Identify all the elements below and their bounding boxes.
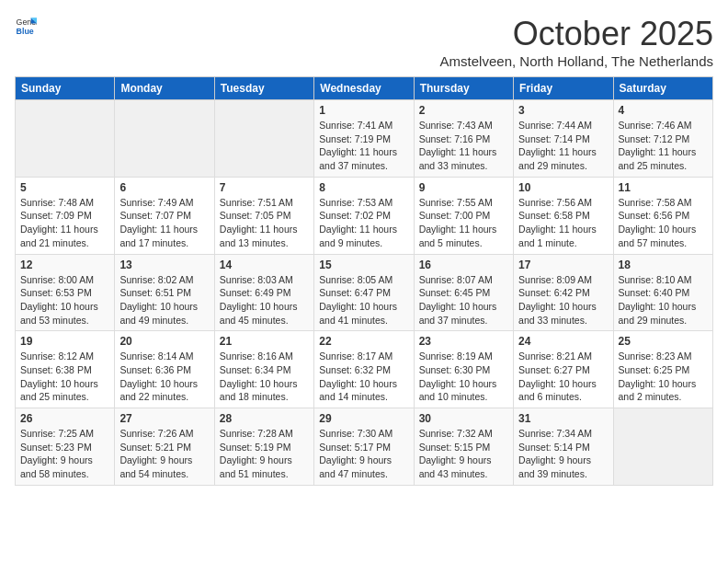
weekday-header-monday: Monday — [115, 77, 214, 100]
day-info: Sunrise: 7:46 AM Sunset: 7:12 PM Dayligh… — [619, 119, 708, 173]
calendar-cell: 28Sunrise: 7:28 AM Sunset: 5:19 PM Dayli… — [214, 408, 313, 486]
calendar-cell: 9Sunrise: 7:55 AM Sunset: 7:00 PM Daylig… — [414, 177, 513, 254]
calendar-cell — [16, 100, 115, 178]
calendar-cell: 10Sunrise: 7:56 AM Sunset: 6:58 PM Dayli… — [514, 177, 613, 254]
day-info: Sunrise: 7:53 AM Sunset: 7:02 PM Dayligh… — [319, 196, 408, 250]
location-title: Amstelveen, North Holland, The Netherlan… — [440, 53, 713, 69]
day-info: Sunrise: 8:21 AM Sunset: 6:27 PM Dayligh… — [518, 350, 608, 404]
day-number: 18 — [619, 259, 708, 271]
calendar-cell: 4Sunrise: 7:46 AM Sunset: 7:12 PM Daylig… — [613, 100, 712, 178]
day-number: 4 — [619, 104, 708, 117]
day-number: 26 — [20, 412, 109, 425]
calendar-cell: 17Sunrise: 8:09 AM Sunset: 6:42 PM Dayli… — [514, 254, 613, 331]
day-number: 12 — [20, 259, 109, 271]
calendar-cell: 6Sunrise: 7:49 AM Sunset: 7:07 PM Daylig… — [115, 177, 214, 254]
day-number: 27 — [119, 412, 209, 425]
calendar-cell: 15Sunrise: 8:05 AM Sunset: 6:47 PM Dayli… — [314, 254, 414, 331]
day-info: Sunrise: 8:12 AM Sunset: 6:38 PM Dayligh… — [20, 350, 109, 404]
page-header: General Blue October 2025 Amstelveen, No… — [15, 15, 713, 69]
day-info: Sunrise: 8:07 AM Sunset: 6:45 PM Dayligh… — [419, 273, 508, 327]
day-info: Sunrise: 8:14 AM Sunset: 6:36 PM Dayligh… — [119, 350, 209, 404]
day-number: 28 — [220, 412, 309, 425]
calendar-cell: 19Sunrise: 8:12 AM Sunset: 6:38 PM Dayli… — [16, 331, 115, 408]
day-info: Sunrise: 8:23 AM Sunset: 6:25 PM Dayligh… — [619, 350, 708, 404]
day-number: 30 — [419, 412, 508, 425]
calendar-cell: 12Sunrise: 8:00 AM Sunset: 6:53 PM Dayli… — [16, 254, 115, 331]
day-info: Sunrise: 8:03 AM Sunset: 6:49 PM Dayligh… — [220, 273, 309, 327]
day-number: 20 — [119, 335, 209, 348]
day-number: 16 — [419, 259, 508, 271]
calendar-cell: 22Sunrise: 8:17 AM Sunset: 6:32 PM Dayli… — [314, 331, 414, 408]
title-block: October 2025 Amstelveen, North Holland, … — [440, 15, 713, 69]
day-info: Sunrise: 7:43 AM Sunset: 7:16 PM Dayligh… — [419, 119, 508, 173]
svg-text:Blue: Blue — [17, 27, 34, 36]
calendar-week-3: 12Sunrise: 8:00 AM Sunset: 6:53 PM Dayli… — [16, 254, 713, 331]
day-number: 10 — [518, 181, 608, 194]
weekday-header-thursday: Thursday — [414, 77, 513, 100]
day-info: Sunrise: 7:25 AM Sunset: 5:23 PM Dayligh… — [20, 427, 109, 481]
weekday-header-saturday: Saturday — [613, 77, 712, 100]
day-info: Sunrise: 8:02 AM Sunset: 6:51 PM Dayligh… — [119, 273, 209, 327]
day-number: 11 — [619, 181, 708, 194]
day-info: Sunrise: 7:44 AM Sunset: 7:14 PM Dayligh… — [518, 119, 608, 173]
day-info: Sunrise: 7:58 AM Sunset: 6:56 PM Dayligh… — [619, 196, 708, 250]
calendar-cell: 21Sunrise: 8:16 AM Sunset: 6:34 PM Dayli… — [214, 331, 313, 408]
day-number: 23 — [419, 335, 508, 348]
calendar-cell: 2Sunrise: 7:43 AM Sunset: 7:16 PM Daylig… — [414, 100, 513, 178]
day-info: Sunrise: 8:19 AM Sunset: 6:30 PM Dayligh… — [419, 350, 508, 404]
day-number: 1 — [319, 104, 408, 117]
day-info: Sunrise: 7:49 AM Sunset: 7:07 PM Dayligh… — [119, 196, 209, 250]
day-info: Sunrise: 8:16 AM Sunset: 6:34 PM Dayligh… — [220, 350, 309, 404]
calendar-week-1: 1Sunrise: 7:41 AM Sunset: 7:19 PM Daylig… — [16, 100, 713, 178]
day-number: 2 — [419, 104, 508, 117]
day-number: 14 — [220, 259, 309, 271]
calendar-cell: 30Sunrise: 7:32 AM Sunset: 5:15 PM Dayli… — [414, 408, 513, 486]
calendar-week-5: 26Sunrise: 7:25 AM Sunset: 5:23 PM Dayli… — [16, 408, 713, 486]
day-info: Sunrise: 7:48 AM Sunset: 7:09 PM Dayligh… — [20, 196, 109, 250]
day-number: 8 — [319, 181, 408, 194]
day-number: 3 — [518, 104, 608, 117]
calendar-cell: 1Sunrise: 7:41 AM Sunset: 7:19 PM Daylig… — [314, 100, 414, 178]
day-number: 7 — [220, 181, 309, 194]
day-number: 29 — [319, 412, 408, 425]
calendar-cell: 24Sunrise: 8:21 AM Sunset: 6:27 PM Dayli… — [514, 331, 613, 408]
day-info: Sunrise: 7:56 AM Sunset: 6:58 PM Dayligh… — [518, 196, 608, 250]
weekday-header-sunday: Sunday — [16, 77, 115, 100]
calendar-cell: 20Sunrise: 8:14 AM Sunset: 6:36 PM Dayli… — [115, 331, 214, 408]
day-number: 19 — [20, 335, 109, 348]
day-info: Sunrise: 7:28 AM Sunset: 5:19 PM Dayligh… — [220, 427, 309, 481]
calendar-cell — [214, 100, 313, 178]
calendar-table: SundayMondayTuesdayWednesdayThursdayFrid… — [15, 76, 713, 486]
day-number: 22 — [319, 335, 408, 348]
calendar-cell: 8Sunrise: 7:53 AM Sunset: 7:02 PM Daylig… — [314, 177, 414, 254]
calendar-cell: 23Sunrise: 8:19 AM Sunset: 6:30 PM Dayli… — [414, 331, 513, 408]
day-info: Sunrise: 8:00 AM Sunset: 6:53 PM Dayligh… — [20, 273, 109, 327]
day-number: 31 — [518, 412, 608, 425]
day-info: Sunrise: 7:51 AM Sunset: 7:05 PM Dayligh… — [220, 196, 309, 250]
day-number: 6 — [119, 181, 209, 194]
day-info: Sunrise: 7:41 AM Sunset: 7:19 PM Dayligh… — [319, 119, 408, 173]
day-info: Sunrise: 8:05 AM Sunset: 6:47 PM Dayligh… — [319, 273, 408, 327]
day-info: Sunrise: 8:10 AM Sunset: 6:40 PM Dayligh… — [619, 273, 708, 327]
logo-icon: General Blue — [15, 15, 37, 37]
day-info: Sunrise: 7:32 AM Sunset: 5:15 PM Dayligh… — [419, 427, 508, 481]
calendar-cell: 29Sunrise: 7:30 AM Sunset: 5:17 PM Dayli… — [314, 408, 414, 486]
day-number: 25 — [619, 335, 708, 348]
day-number: 5 — [20, 181, 109, 194]
calendar-cell: 31Sunrise: 7:34 AM Sunset: 5:14 PM Dayli… — [514, 408, 613, 486]
calendar-cell — [115, 100, 214, 178]
calendar-cell: 18Sunrise: 8:10 AM Sunset: 6:40 PM Dayli… — [613, 254, 712, 331]
day-number: 24 — [518, 335, 608, 348]
calendar-cell: 13Sunrise: 8:02 AM Sunset: 6:51 PM Dayli… — [115, 254, 214, 331]
calendar-cell: 14Sunrise: 8:03 AM Sunset: 6:49 PM Dayli… — [214, 254, 313, 331]
day-info: Sunrise: 8:17 AM Sunset: 6:32 PM Dayligh… — [319, 350, 408, 404]
weekday-header-tuesday: Tuesday — [214, 77, 313, 100]
calendar-cell: 26Sunrise: 7:25 AM Sunset: 5:23 PM Dayli… — [16, 408, 115, 486]
weekday-header-friday: Friday — [514, 77, 613, 100]
calendar-week-2: 5Sunrise: 7:48 AM Sunset: 7:09 PM Daylig… — [16, 177, 713, 254]
calendar-cell: 25Sunrise: 8:23 AM Sunset: 6:25 PM Dayli… — [613, 331, 712, 408]
day-info: Sunrise: 7:30 AM Sunset: 5:17 PM Dayligh… — [319, 427, 408, 481]
day-number: 15 — [319, 259, 408, 271]
calendar-cell: 3Sunrise: 7:44 AM Sunset: 7:14 PM Daylig… — [514, 100, 613, 178]
calendar-cell: 11Sunrise: 7:58 AM Sunset: 6:56 PM Dayli… — [613, 177, 712, 254]
